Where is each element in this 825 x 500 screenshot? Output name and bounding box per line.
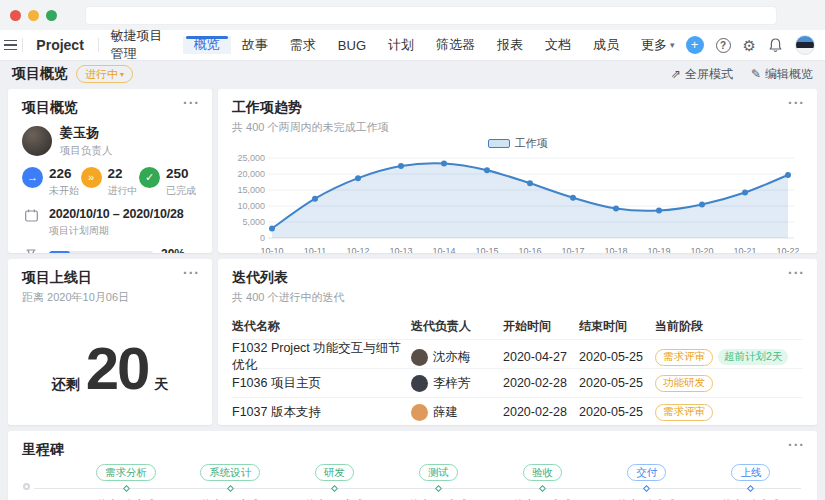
tab-overview[interactable]: 概览 [183, 36, 231, 54]
svg-text:10-14: 10-14 [432, 246, 455, 253]
card-subtitle: 共 400 个进行中的迭代 [232, 290, 803, 305]
stat-value: 250 [166, 167, 196, 182]
owner-name: 姜玉扬 [60, 124, 113, 142]
remaining-days-value: 20 [86, 339, 149, 399]
gear-icon[interactable]: ⚙ [743, 38, 756, 53]
svg-text:10-16: 10-16 [518, 246, 541, 253]
fullscreen-button[interactable]: ⇗全屏模式 [671, 66, 733, 83]
stat-icon: » [81, 167, 102, 188]
milestone-marker-icon [123, 485, 130, 492]
page-title: 项目概览 [12, 65, 68, 83]
svg-text:0: 0 [260, 233, 265, 243]
card-subtitle: 共 400 个两周内的未完成工作项 [232, 120, 803, 135]
milestone-验收[interactable]: 验收状态: 已完成2020年10月06日 [491, 459, 595, 500]
legend-swatch [488, 139, 510, 148]
nav-tabs: 概览故事需求BUG计划筛选器报表文档成员更多▾ [183, 36, 686, 54]
milestone-上线[interactable]: 上线状态: 未完成2020年10月12日 [699, 459, 803, 500]
owner-avatar[interactable] [22, 126, 52, 156]
milestone-测试[interactable]: 测试状态: 已完成2020年10月05日 [386, 459, 490, 500]
tab-doc[interactable]: 文档 [534, 36, 582, 54]
work-item-trend-card: 工作项趋势 ··· 共 400 个两周内的未完成工作项 工作项 05,00010… [218, 89, 817, 253]
stat-label: 未开始 [49, 184, 79, 198]
svg-text:25,000: 25,000 [237, 153, 265, 163]
more-menu-icon[interactable]: ··· [788, 265, 805, 281]
address-bar[interactable] [85, 6, 777, 25]
project-status-badge[interactable]: 进行中 ▾ [76, 65, 133, 83]
plan-progress-bar [49, 251, 153, 253]
window-zoom-button[interactable] [46, 10, 57, 21]
tab-more[interactable]: 更多▾ [630, 36, 686, 54]
launch-day-card: 项目上线日 ··· 距离 2020年10月06日 还剩 20 天 [8, 259, 212, 425]
svg-text:10-17: 10-17 [561, 246, 584, 253]
owner-avatar [411, 349, 428, 366]
more-menu-icon[interactable]: ··· [183, 95, 200, 111]
tab-bug[interactable]: BUG [327, 36, 377, 54]
table-header-row: 迭代名称迭代负责人开始时间结束时间当前阶段 [232, 313, 803, 339]
user-avatar[interactable] [795, 35, 815, 55]
more-menu-icon[interactable]: ··· [788, 95, 805, 111]
more-menu-icon[interactable]: ··· [183, 265, 200, 281]
more-menu-icon[interactable]: ··· [788, 437, 805, 453]
menu-icon[interactable] [0, 40, 22, 51]
plan-period: 2020/10/10 – 2020/10/28 [49, 207, 183, 221]
tab-filter[interactable]: 筛选器 [425, 36, 486, 54]
remaining-suffix: 天 [154, 376, 168, 394]
milestone-marker-icon [435, 485, 442, 492]
chevron-down-icon: ▾ [670, 40, 675, 50]
milestone-系统设计[interactable]: 系统设计状态: 已完成2020年10月02日 [178, 459, 282, 500]
column-header: 开始时间 [503, 318, 579, 335]
bell-icon[interactable] [768, 37, 783, 53]
remaining-prefix: 还剩 [52, 376, 80, 394]
legend-label: 工作项 [515, 136, 548, 151]
start-date: 2020-04-27 [503, 350, 579, 364]
iteration-name[interactable]: F1036 项目主页 [232, 375, 411, 392]
stat-已完成: ✓250已完成 [139, 167, 196, 198]
milestone-label: 研发 [315, 464, 354, 481]
owner-name: 沈亦梅 [433, 349, 471, 366]
iteration-name[interactable]: F1037 版本支持 [232, 404, 411, 421]
milestone-需求分析[interactable]: 需求分析状态: 未完成2020年10月01日 [74, 459, 178, 500]
trend-line-chart[interactable]: 05,00010,00015,00020,00025,00010-1010-11… [232, 151, 799, 253]
svg-text:10-22: 10-22 [776, 246, 799, 253]
table-row[interactable]: F1032 Project 功能交互与细节优化沈亦梅2020-04-272020… [232, 339, 803, 368]
add-icon[interactable]: + [686, 36, 704, 54]
tab-story[interactable]: 故事 [231, 36, 279, 54]
start-date: 2020-02-28 [503, 405, 579, 419]
milestone-marker-icon [539, 485, 546, 492]
expand-icon: ⇗ [671, 67, 681, 81]
tab-report[interactable]: 报表 [486, 36, 534, 54]
stat-icon: ✓ [139, 167, 160, 188]
svg-text:10-15: 10-15 [475, 246, 498, 253]
top-navigation: Project 敏捷项目管理 概览故事需求BUG计划筛选器报表文档成员更多▾ +… [0, 30, 825, 61]
tab-requirement[interactable]: 需求 [279, 36, 327, 54]
milestone-交付[interactable]: 交付状态: 未完成2020年10月07日 [595, 459, 699, 500]
owner-avatar [411, 375, 428, 392]
window-close-button[interactable] [10, 10, 21, 21]
tab-member[interactable]: 成员 [582, 36, 630, 54]
end-date: 2020-05-25 [579, 350, 655, 364]
card-title: 项目上线日 [22, 269, 198, 287]
iteration-name[interactable]: F1032 Project 功能交互与细节优化 [232, 340, 411, 374]
schedule-badge: 超前计划2天 [718, 349, 788, 365]
stat-未开始: →226未开始 [22, 167, 79, 198]
help-icon[interactable]: ? [716, 38, 731, 53]
tab-plan[interactable]: 计划 [377, 36, 425, 54]
product-name[interactable]: Project [22, 37, 97, 53]
status-stats: →226未开始»22进行中✓250已完成 [22, 167, 198, 198]
status-badge-label: 进行中 [85, 67, 118, 82]
start-date: 2020-02-28 [503, 376, 579, 390]
milestone-研发[interactable]: 研发状态: 已完成2020年10月03日 [282, 459, 386, 500]
svg-text:10-19: 10-19 [647, 246, 670, 253]
milestone-label: 需求分析 [96, 464, 156, 481]
milestone-label: 验收 [523, 464, 562, 481]
milestone-card: 里程碑 ··· 需求分析状态: 未完成2020年10月01日系统设计状态: 已完… [8, 431, 817, 500]
fullscreen-label: 全屏模式 [685, 66, 733, 83]
edit-overview-button[interactable]: ✎编辑概览 [751, 66, 813, 83]
table-row[interactable]: F1037 版本支持薛建2020-02-282020-05-25需求评审 [232, 397, 803, 425]
svg-text:10-12: 10-12 [346, 246, 369, 253]
owner-avatar [411, 404, 428, 421]
window-minimize-button[interactable] [28, 10, 39, 21]
workspace-name[interactable]: 敏捷项目管理 [99, 27, 179, 63]
window-chrome [0, 0, 825, 30]
plan-progress-percent: 20% [161, 247, 185, 253]
